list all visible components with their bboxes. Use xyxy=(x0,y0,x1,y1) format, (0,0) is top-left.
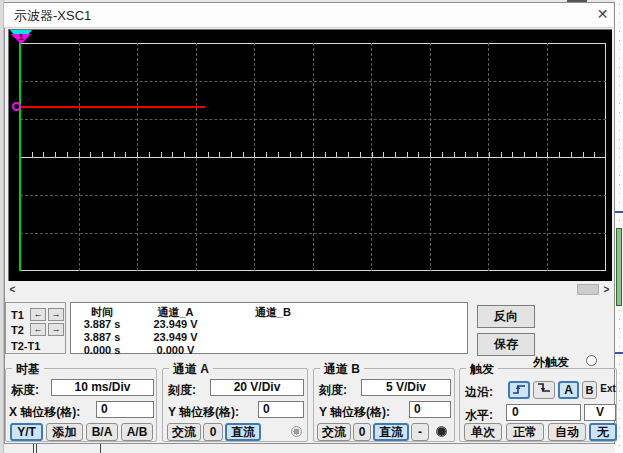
t2-channel-b xyxy=(218,331,328,344)
trigger-normal-button[interactable]: 正常 xyxy=(506,423,544,441)
trigger-source-a-button[interactable]: A xyxy=(558,381,579,399)
channel-b-radio[interactable] xyxy=(436,426,447,437)
cursor-number: 1 xyxy=(9,32,33,42)
t2t1-time: 0.000 s xyxy=(71,344,133,357)
circuit-wire xyxy=(33,444,34,453)
channel-a-scale-label: 刻度: xyxy=(168,382,196,399)
t1-label: T1 xyxy=(11,309,24,321)
col-header-channel-b: 通道_B xyxy=(218,305,328,318)
channel-a-title: 通道 A xyxy=(169,361,213,378)
trigger-single-button[interactable]: 单次 xyxy=(464,423,502,441)
measurement-table: 时间 通道_A 通道_B 3.887 s 23.949 V 3.887 s 23… xyxy=(70,302,468,354)
window-title: 示波器-XSC1 xyxy=(14,7,91,25)
trigger-rising-edge-button[interactable] xyxy=(508,381,530,399)
horizontal-scrollbar[interactable] xyxy=(5,283,614,296)
trigger-source-ext-button[interactable]: Ext xyxy=(598,381,618,399)
channel-b-minus-button[interactable]: - xyxy=(411,423,429,441)
channel-a-group: 通道 A 刻度: 20 V/Div Y 轴位移(格): 0 交流 0 直流 xyxy=(162,368,308,442)
save-button[interactable]: 保存 xyxy=(477,333,535,356)
t1-time: 3.887 s xyxy=(71,318,133,331)
col-header-channel-a: 通道_A xyxy=(133,305,218,318)
ab-mode-button[interactable]: A/B xyxy=(121,423,153,441)
trigger-level-unit[interactable]: V xyxy=(584,404,616,421)
channel-a-trace xyxy=(21,106,205,108)
t2t1-channel-b xyxy=(218,344,328,357)
trigger-none-button[interactable]: 无 xyxy=(589,423,617,441)
trigger-group: 触发 边沿: A B Ext 水平: 0 V 单次 正常 自动 无 xyxy=(459,368,617,442)
t2-time: 3.887 s xyxy=(71,331,133,344)
circuit-component xyxy=(616,228,622,306)
channel-a-ac-button[interactable]: 交流 xyxy=(167,423,201,441)
channel-b-ground-button[interactable]: 0 xyxy=(353,423,371,441)
timebase-group: 时基 标度: 10 ms/Div X 轴位移(格): 0 Y/T 添加 B/A … xyxy=(5,368,157,442)
col-header-time: 时间 xyxy=(71,305,133,318)
t2t1-channel-a: 0.000 V xyxy=(133,344,218,357)
table-header-row: 时间 通道_A 通道_B xyxy=(71,305,467,318)
gridline xyxy=(20,233,606,234)
channel-a-radio[interactable] xyxy=(291,426,302,437)
x-offset-label: X 轴位移(格): xyxy=(9,404,80,421)
yt-mode-button[interactable]: Y/T xyxy=(10,423,43,441)
t2-left-button[interactable]: ← xyxy=(30,323,46,336)
cursor-handle-icon[interactable]: 1 xyxy=(9,30,33,45)
channel-a-scale-input[interactable]: 20 V/Div xyxy=(210,379,304,396)
channel-a-dc-button[interactable]: 直流 xyxy=(225,423,261,441)
timebase-title: 时基 xyxy=(12,361,44,378)
circuit-wire xyxy=(615,352,623,354)
t1-channel-b xyxy=(218,318,328,331)
table-row: 0.000 s 0.000 V xyxy=(71,344,467,357)
channel-b-ac-button[interactable]: 交流 xyxy=(317,423,351,441)
close-icon[interactable]: ✕ xyxy=(592,5,613,24)
falling-edge-icon xyxy=(537,382,551,394)
circuit-wire xyxy=(36,444,37,453)
scroll-left-icon[interactable]: < xyxy=(5,283,20,296)
add-mode-button[interactable]: 添加 xyxy=(46,423,83,441)
gridline xyxy=(20,119,606,120)
scroll-right-icon[interactable]: > xyxy=(599,283,614,296)
trigger-source-b-button[interactable]: B xyxy=(582,381,597,399)
channel-b-y-offset-input[interactable]: 0 xyxy=(409,401,451,418)
rising-edge-icon xyxy=(512,383,526,395)
channel-b-scale-input[interactable]: 5 V/Div xyxy=(361,379,451,396)
t1-right-button[interactable]: → xyxy=(48,308,64,321)
background-bottom-strip xyxy=(4,444,615,453)
channel-b-group: 通道 B 刻度: 5 V/Div Y 轴位移(格): 0 交流 0 直流 - xyxy=(313,368,455,442)
x-axis-line xyxy=(20,157,606,158)
gridline xyxy=(20,195,606,196)
channel-a-y-offset-input[interactable]: 0 xyxy=(258,401,304,418)
trigger-auto-button[interactable]: 自动 xyxy=(548,423,586,441)
scrollbar-thumb[interactable] xyxy=(577,284,599,295)
circuit-wire xyxy=(100,444,101,453)
t2-channel-a: 23.949 V xyxy=(133,331,218,344)
title-bar[interactable] xyxy=(4,3,613,28)
time-cursor-line[interactable] xyxy=(19,36,21,271)
circuit-wire xyxy=(615,211,623,213)
cursor-control-box: T1 ← → T2 ← → T2-T1 xyxy=(5,302,66,354)
cursor-intersection-marker xyxy=(12,102,21,111)
timebase-scale-label: 标度: xyxy=(11,382,39,399)
t2-label: T2 xyxy=(11,324,24,336)
table-row: 3.887 s 23.949 V xyxy=(71,331,467,344)
table-row: 3.887 s 23.949 V xyxy=(71,318,467,331)
trigger-edge-label: 边沿: xyxy=(465,384,493,401)
t2t1-label: T2-T1 xyxy=(11,340,40,352)
x-offset-input[interactable]: 0 xyxy=(96,401,154,418)
trigger-level-input[interactable]: 0 xyxy=(506,404,581,421)
t1-left-button[interactable]: ← xyxy=(30,308,46,321)
channel-b-y-offset-label: Y 轴位移(格): xyxy=(319,404,390,421)
channel-b-scale-label: 刻度: xyxy=(319,382,347,399)
trigger-falling-edge-button[interactable] xyxy=(533,381,555,399)
gridline xyxy=(20,81,606,82)
channel-b-dc-button[interactable]: 直流 xyxy=(373,423,409,441)
timebase-scale-input[interactable]: 10 ms/Div xyxy=(51,379,154,396)
ext-trigger-radio[interactable] xyxy=(586,355,597,366)
channel-a-y-offset-label: Y 轴位移(格): xyxy=(168,404,239,421)
ba-mode-button[interactable]: B/A xyxy=(86,423,118,441)
trigger-level-label: 水平: xyxy=(465,407,493,424)
reverse-button[interactable]: 反向 xyxy=(477,305,535,328)
t2-right-button[interactable]: → xyxy=(48,323,64,336)
channel-a-ground-button[interactable]: 0 xyxy=(203,423,223,441)
trigger-title: 触发 xyxy=(466,361,498,378)
channel-b-title: 通道 B xyxy=(320,361,364,378)
t1-channel-a: 23.949 V xyxy=(133,318,218,331)
